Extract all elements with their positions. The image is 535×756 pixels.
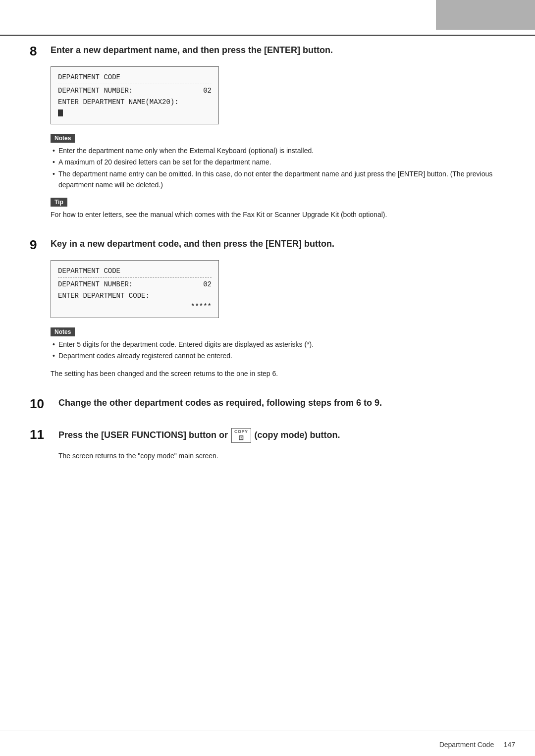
lcd9-line4-value: ***** — [191, 301, 212, 312]
step-8-notes: Notes Enter the department name only whe… — [51, 133, 505, 191]
copy-mode-button: COPY ⊡ — [231, 428, 251, 443]
lcd9-line2-value: 02 — [203, 279, 212, 290]
step-11-title: Press the [USER FUNCTIONS] button or COP… — [58, 428, 505, 443]
step-8-tip: Tip For how to enter letters, see the ma… — [51, 197, 505, 220]
step-9-number: 9 — [30, 238, 51, 251]
note-9-2: Department codes already registered cann… — [51, 351, 505, 362]
lcd8-line1: DEPARTMENT CODE — [58, 72, 212, 83]
bottom-rule — [0, 731, 535, 732]
step-9-title: Key in a new department code, and then p… — [51, 238, 505, 250]
step-8-tip-text: For how to enter letters, see the manual… — [51, 210, 505, 220]
lcd8-cursor-row — [58, 108, 212, 118]
top-gray-bar — [436, 0, 535, 30]
lcd8-line2-value: 02 — [203, 85, 212, 96]
copy-label-top: COPY — [234, 429, 248, 434]
step-9-header: 9 Key in a new department code, and then… — [30, 238, 505, 251]
step-11-title-before: Press the [USER FUNCTIONS] button or — [58, 430, 228, 440]
step-8-notes-list: Enter the department name only when the … — [51, 146, 505, 191]
note-8-3: The department name entry can be omitted… — [51, 169, 505, 190]
lcd9-line4: ***** — [58, 301, 212, 312]
step-9-notes-list: Enter 5 digits for the department code. … — [51, 339, 505, 362]
step-8-header: 8 Enter a new department name, and then … — [30, 45, 505, 57]
step-10-number: 10 — [30, 397, 58, 410]
step-9-notes-label: Notes — [51, 327, 75, 336]
footer-page: 147 — [504, 741, 515, 749]
step-8-title: Enter a new department name, and then pr… — [51, 45, 505, 56]
step-11-header: 11 Press the [USER FUNCTIONS] button or … — [30, 428, 505, 443]
step-11-number: 11 — [30, 428, 58, 441]
step-10: 10 Change the other department codes as … — [30, 397, 505, 410]
note-9-1: Enter 5 digits for the department code. … — [51, 339, 505, 350]
top-rule — [0, 35, 535, 36]
lcd9-line2-label: DEPARTMENT NUMBER: — [58, 279, 133, 290]
note-8-2: A maximum of 20 desired letters can be s… — [51, 157, 505, 168]
lcd9-line2: DEPARTMENT NUMBER: 02 — [58, 279, 212, 290]
lcd9-dashes — [58, 277, 212, 278]
step-10-header: 10 Change the other department codes as … — [30, 397, 505, 410]
step-10-title: Change the other department codes as req… — [58, 397, 505, 409]
lcd9-spacer — [58, 301, 62, 312]
step-9-notes: Notes Enter 5 digits for the department … — [51, 327, 505, 362]
step-8-lcd: DEPARTMENT CODE DEPARTMENT NUMBER: 02 EN… — [51, 66, 219, 124]
footer: Department Code 147 — [439, 741, 515, 749]
step-9-setting-note: The setting has been changed and the scr… — [51, 369, 505, 379]
step-9: 9 Key in a new department code, and then… — [30, 238, 505, 379]
main-content: 8 Enter a new department name, and then … — [30, 45, 505, 478]
step-8: 8 Enter a new department name, and then … — [30, 45, 505, 220]
lcd8-line2-label: DEPARTMENT NUMBER: — [58, 85, 133, 96]
lcd8-cursor — [58, 109, 63, 116]
footer-text: Department Code — [439, 741, 494, 749]
lcd9-line3: ENTER DEPARTMENT CODE: — [58, 290, 212, 301]
lcd9-line1: DEPARTMENT CODE — [58, 266, 212, 276]
step-11-title-after: (copy mode) button. — [255, 430, 340, 440]
lcd8-line2: DEPARTMENT NUMBER: 02 — [58, 85, 212, 96]
step-9-lcd: DEPARTMENT CODE DEPARTMENT NUMBER: 02 EN… — [51, 260, 219, 318]
copy-symbol: ⊡ — [238, 434, 244, 442]
lcd8-dashes — [58, 84, 212, 84]
step-11: 11 Press the [USER FUNCTIONS] button or … — [30, 428, 505, 460]
step-8-number: 8 — [30, 45, 51, 57]
step-8-tip-label: Tip — [51, 198, 67, 207]
step-8-notes-label: Notes — [51, 134, 75, 143]
step-11-sub: The screen returns to the "copy mode" ma… — [58, 452, 505, 460]
lcd8-line3: ENTER DEPARTMENT NAME(MAX20): — [58, 97, 212, 108]
note-8-1: Enter the department name only when the … — [51, 146, 505, 157]
